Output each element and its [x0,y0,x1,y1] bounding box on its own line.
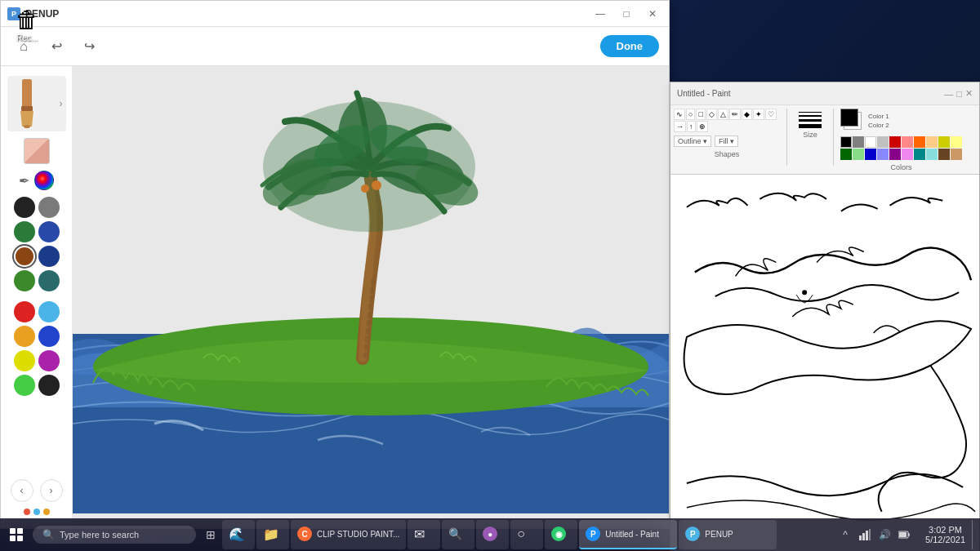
paint-close[interactable]: ✕ [965,88,973,99]
brush-preview[interactable]: › [7,76,66,131]
paint-color-green-light[interactable] [853,149,864,160]
close-button[interactable]: ✕ [643,4,662,24]
start-sq-1 [10,528,16,534]
circle-app[interactable]: ◉ [545,520,577,549]
color-swatch-gray[interactable] [38,197,60,218]
penup-taskbar-app[interactable]: P PENUP [679,520,777,549]
taskbar-time[interactable]: 3:02 PM 5/12/2021 [919,525,972,544]
show-desktop-button[interactable] [972,520,977,549]
paint-color-yellow-light[interactable] [951,136,962,148]
eraser-button[interactable] [24,138,50,164]
redo-button[interactable]: ↪ [76,33,102,60]
paint-color-silver[interactable] [877,136,889,148]
task-view-button[interactable]: ⊞ [199,523,222,546]
shape-diamond2[interactable]: ◆ [742,109,752,120]
color-swatch-teal[interactable] [38,270,60,291]
recycle-bin-icon[interactable]: 🗑 Rec... [7,7,47,51]
paint-taskbar-app[interactable]: P Untitled - Paint [579,520,677,549]
paint-canvas[interactable]: 52 × 648px [670,175,979,551]
color-swatch-green-dark[interactable] [14,221,35,242]
next-arrow[interactable]: › [40,479,63,502]
maximize-button[interactable]: □ [617,4,636,24]
shape-fill[interactable]: ⊕ [697,121,708,132]
paint-color-brown[interactable] [938,149,950,160]
color-swatch-purple[interactable] [38,350,60,371]
edge-app[interactable]: 🌊 [222,520,255,549]
paint-color-teal[interactable] [914,149,925,160]
color1-box[interactable] [840,109,858,127]
penup-canvas[interactable] [73,66,669,528]
mail-app[interactable]: ✉ [408,520,440,549]
search-app[interactable]: 🔍 [442,520,474,549]
paint-color-teal-light[interactable] [926,149,938,160]
paint-minimize[interactable]: — [944,89,953,99]
shape-uparrow[interactable]: ↑ [687,121,696,132]
color-swatch-blue-dark[interactable] [38,221,60,242]
paint-color-black[interactable] [840,136,852,148]
brush-expand-icon[interactable]: › [60,98,63,109]
color-wheel[interactable] [34,171,54,190]
explorer-app[interactable]: 📁 [256,520,289,549]
prev-arrow[interactable]: ‹ [11,479,33,502]
paint-color-blue-dark[interactable] [865,149,876,160]
network-icon[interactable] [857,527,873,543]
purple-app[interactable]: ● [476,520,509,549]
paint-color-pink[interactable] [902,149,913,160]
size-1[interactable] [799,112,822,113]
shape-edit[interactable]: ✏ [729,109,741,120]
paint-maximize[interactable]: □ [956,89,962,99]
shape-diamond[interactable]: ◇ [706,109,717,120]
color-swatch-black2[interactable] [38,375,60,396]
paint-color-green-dark[interactable] [840,149,852,160]
shape-circle[interactable]: ○ [686,109,695,120]
penup-taskbar-icon: P [685,527,700,541]
clip-studio-app[interactable]: C CLIP STUDIO PAINT... [291,520,406,549]
color-swatch-green-medium[interactable] [14,270,35,291]
size-3[interactable] [799,119,822,122]
color-swatch-red[interactable] [14,301,35,322]
explorer-icon: 📁 [263,527,279,542]
color2-label: Color 2 [868,122,889,129]
outline-dropdown[interactable]: Outline ▾ [674,136,711,147]
shape-rect[interactable]: □ [696,109,705,120]
circle-app-icon: ◉ [551,527,566,541]
paint-color-yellow-dark[interactable] [938,136,950,148]
color-swatch-blue-navy[interactable] [38,246,60,267]
shape-triangle[interactable]: △ [718,109,728,120]
paint-color-red-dark[interactable] [889,136,901,148]
time-display: 3:02 PM [929,525,962,535]
taskbar-search[interactable]: 🔍 Type here to search [33,526,196,544]
paint-color-white[interactable] [865,136,876,148]
start-button[interactable] [3,522,29,548]
svg-point-16 [361,184,369,193]
paint-color-orange[interactable] [914,136,925,148]
eyedropper-icon[interactable]: ✒ [19,173,29,189]
color-swatch-yellow[interactable] [14,350,35,371]
battery-icon[interactable] [896,527,912,543]
svg-rect-24 [899,532,906,537]
paint-color-blue-light[interactable] [877,149,889,160]
cortana-app[interactable]: ○ [510,520,543,549]
color-swatch-blue[interactable] [38,326,60,347]
size-4[interactable] [799,124,822,128]
minimize-button[interactable]: — [590,4,610,24]
shape-arrow[interactable]: → [674,121,686,132]
volume-icon[interactable]: 🔊 [876,527,893,543]
color-swatch-cyan[interactable] [38,301,60,322]
shape-heart[interactable]: ♡ [765,109,777,120]
done-button[interactable]: Done [600,35,660,57]
chevron-icon[interactable]: ^ [837,527,853,543]
shape-star[interactable]: ✦ [753,109,764,120]
paint-color-gray[interactable] [853,136,864,148]
fill-dropdown[interactable]: Fill ▾ [715,136,738,147]
color-swatch-green-light[interactable] [14,375,35,396]
paint-color-peach[interactable] [926,136,938,148]
paint-color-red-light[interactable] [902,136,913,148]
color-swatch-black[interactable] [14,197,35,218]
shape-wave[interactable]: ∿ [674,109,685,120]
paint-color-tan[interactable] [951,149,962,160]
paint-color-purple[interactable] [889,149,901,160]
color-swatch-brown[interactable] [14,246,35,267]
size-2[interactable] [799,115,822,117]
color-swatch-orange[interactable] [14,326,35,347]
